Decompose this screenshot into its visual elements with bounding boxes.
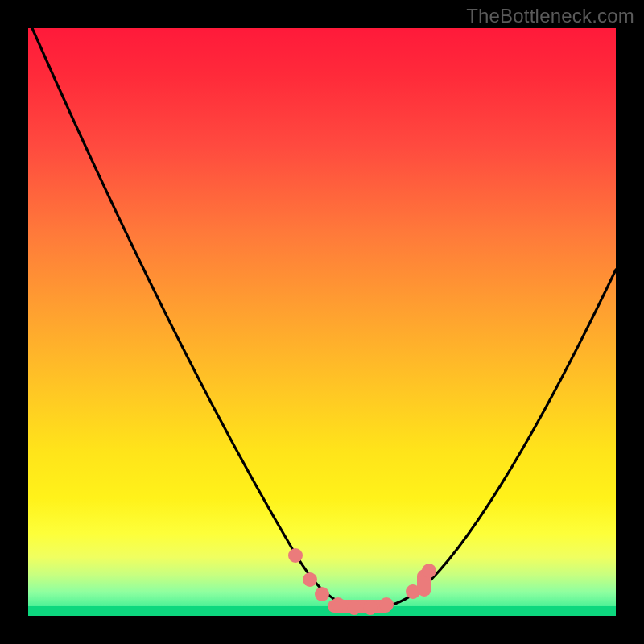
marker-dot <box>379 597 394 612</box>
marker-dot <box>303 572 317 587</box>
chart-frame: TheBottleneck.com <box>0 0 644 644</box>
marker-dot <box>422 564 436 578</box>
marker-dot <box>363 601 378 615</box>
plot-area <box>28 28 616 616</box>
marker-dot <box>347 601 361 615</box>
marker-group <box>288 548 436 615</box>
marker-dot <box>331 597 345 612</box>
marker-dot <box>288 548 303 563</box>
marker-dot <box>315 587 329 601</box>
watermark-text: TheBottleneck.com <box>466 5 634 27</box>
marker-layer <box>28 28 616 616</box>
